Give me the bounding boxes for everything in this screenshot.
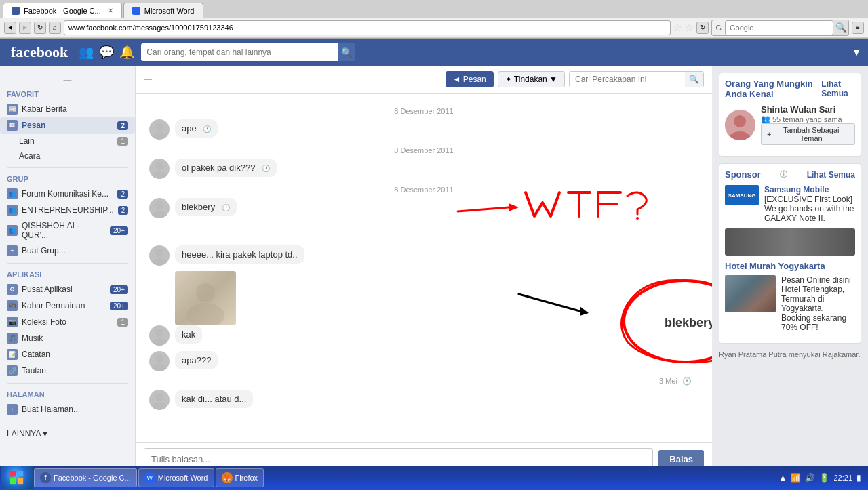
sponsor-header: Sponsor ⓘ Lihat Semua — [725, 169, 855, 180]
fb-search-input[interactable] — [141, 43, 338, 61]
fb-search-button[interactable]: 🔍 — [338, 43, 355, 61]
forward-button[interactable]: ► — [19, 22, 31, 34]
sidebar-item-buat-grup[interactable]: + Buat Grup... — [0, 243, 135, 259]
sidebar-kabar-label: Kabar Berita — [22, 104, 67, 114]
fb-header-dropdown[interactable]: ▼ — [852, 47, 861, 58]
svg-rect-35 — [10, 471, 16, 476]
google-icon: G — [712, 22, 725, 33]
hotel-row: Pesan Online disini Hotel Terlengkap, Te… — [725, 275, 855, 332]
taskbar-clock[interactable]: 22:21 — [833, 474, 852, 482]
sponsor-title: Sponsor — [725, 169, 761, 180]
start-button[interactable] — [1, 466, 33, 489]
refresh-button[interactable]: ↻ — [696, 22, 709, 34]
sidebar-entrepreneur-label: ENTREPRENEURSHIP... — [22, 205, 114, 215]
svg-point-4 — [155, 201, 163, 209]
browser-search-button[interactable]: 🔍 — [833, 20, 848, 35]
fb-logo[interactable]: facebook — [7, 43, 72, 61]
sidebar-buat-halaman-label: Buat Halaman... — [22, 405, 80, 414]
browser-toolbar: ◄ ► ↻ ⌂ ☆ ☆ ↻ G 🔍 ≡ — [0, 18, 868, 38]
sidebar-pusat-label: Pusat Aplikasi — [22, 285, 73, 294]
sidebar-item-lain[interactable]: Lain 1 — [0, 134, 135, 148]
pesan-btn-label: ◄ Pesan — [453, 75, 486, 84]
sidebar-item-entrepreneur[interactable]: 👥 ENTREPRENEURSHIP... 2 — [0, 202, 135, 218]
taskbar-app-facebook[interactable]: f Facebook - Google C... — [34, 468, 137, 487]
sidebar-item-tautan[interactable]: 🔗 Tautan — [0, 363, 135, 379]
sidebar-kabar-permainan-label: Kabar Permainan — [22, 301, 85, 310]
tab-word[interactable]: Microsoft Word — [123, 3, 203, 18]
reload-button[interactable]: ↻ — [34, 22, 46, 34]
sidebar-item-acara[interactable]: Acara — [0, 148, 135, 163]
messages-icon[interactable]: 💬 — [99, 45, 114, 60]
sidebar-item-pesan[interactable]: ✉ Pesan 2 — [0, 117, 135, 134]
notifications-icon[interactable]: 🔔 — [119, 45, 134, 60]
msg-bubble-2: ol pakek pa dik??? 🕐 — [175, 159, 277, 177]
home-button[interactable]: ⌂ — [49, 22, 61, 34]
sidebar-item-lainnya[interactable]: LAINNYA▼ — [0, 426, 135, 441]
show-desktop-icon[interactable]: ▮ — [856, 473, 861, 483]
app-icon: ⚙ — [7, 284, 18, 295]
people-you-may-know-section: Orang Yang Mungkin Anda Kenal Lihat Semu… — [719, 73, 861, 157]
sponsor-see-all[interactable]: Lihat Semua — [807, 170, 855, 180]
browser-search-input[interactable] — [725, 20, 833, 35]
friends-icon[interactable]: 👥 — [79, 45, 94, 60]
sidebar-item-koleksi-foto[interactable]: 📷 Koleksi Foto 1 — [0, 314, 135, 330]
sidebar-aplikasi-title: APLIKASI — [0, 268, 135, 281]
back-button[interactable]: ◄ — [4, 22, 16, 34]
people-section-header: Orang Yang Mungkin Anda Kenal Lihat Semu… — [725, 79, 855, 99]
sidebar-item-catatan[interactable]: 📝 Catatan — [0, 346, 135, 363]
music-icon: 🎵 — [7, 333, 18, 344]
taskbar-app-firefox[interactable]: 🦊 Firefox — [216, 468, 264, 487]
sidebar-halaman-title: HALAMAN — [0, 388, 135, 401]
thumbnail-area — [175, 271, 698, 325]
msg-thread: — ◄ Pesan ✦ Tindakan ▼ 🔍 — [136, 66, 712, 490]
msg-container: — ◄ Pesan ✦ Tindakan ▼ 🔍 — [136, 66, 868, 490]
url-bar[interactable] — [64, 20, 671, 35]
note-icon: 📝 — [7, 349, 18, 360]
fb-header: facebook 👥 💬 🔔 🔍 ▼ — [0, 39, 868, 66]
msg-date-2: 8 Desember 2011 — [149, 146, 698, 155]
svg-point-5 — [152, 211, 167, 218]
sponsor-text-1: [EXCLUSIVE First Look] We go hands-on wi… — [764, 195, 855, 223]
avatar-2 — [149, 159, 170, 179]
search-icon[interactable]: 🔍 — [685, 72, 703, 87]
msg-row-7: kak di... atau d... — [149, 390, 698, 410]
sidebar-pesan-label: Pesan — [22, 121, 45, 130]
sidebar-item-kabar-permainan[interactable]: 🎮 Kabar Permainan 20+ — [0, 298, 135, 314]
browser-menu-button[interactable]: ≡ — [852, 22, 864, 34]
svg-point-23 — [152, 258, 167, 266]
star-icon: ☆ — [673, 22, 682, 33]
msg-drawing-area: 8 Desember 2011 blekbery 🕐 — [149, 186, 698, 266]
quran-badge: 20+ — [110, 226, 128, 235]
tray-up-arrow-icon[interactable]: ▲ — [779, 473, 787, 483]
tindakan-button[interactable]: ✦ Tindakan ▼ — [498, 71, 565, 87]
sponsor-name-1[interactable]: Samsung Mobile — [764, 185, 855, 195]
svg-point-1 — [152, 132, 167, 140]
people-see-all[interactable]: Lihat Semua — [821, 79, 855, 98]
news-icon: 📰 — [7, 104, 18, 115]
pusat-badge: 20+ — [110, 285, 128, 294]
sidebar-favorit-title: FAVORIT — [0, 87, 135, 101]
pesan-button[interactable]: ◄ Pesan — [446, 71, 494, 87]
tab-close-icon[interactable]: ✕ — [108, 7, 113, 14]
sidebar-item-musik[interactable]: 🎵 Musik — [0, 330, 135, 346]
fb-right-sidebar: Orang Yang Mungkin Anda Kenal Lihat Semu… — [712, 66, 868, 490]
sidebar-item-quran[interactable]: 👥 QISHSHOH AL-QUR'... 20+ — [0, 218, 135, 243]
sidebar-item-kabar[interactable]: 📰 Kabar Berita — [0, 101, 135, 117]
sidebar-sep-2 — [7, 263, 128, 264]
taskbar-app-word[interactable]: W Microsoft Word — [138, 468, 214, 487]
sidebar-item-pusat[interactable]: ⚙ Pusat Aplikasi 20+ — [0, 281, 135, 298]
koleksi-foto-badge: 1 — [117, 318, 128, 327]
sidebar-item-forum[interactable]: 👥 Forum Komunikasi Ke... 2 — [0, 186, 135, 202]
sidebar-quran-label: QISHSHOH AL-QUR'... — [22, 221, 106, 240]
msg-search-input[interactable] — [570, 72, 685, 87]
sidebar-sep-1 — [7, 167, 128, 168]
tab-facebook[interactable]: Facebook - Google C... ✕ — [3, 3, 122, 18]
add-friend-button[interactable]: + Tambah Sebagai Teman — [761, 123, 855, 145]
hotel-name[interactable]: Hotel Murah Yogyakarta — [725, 261, 855, 271]
sidebar-catatan-label: Catatan — [22, 350, 50, 359]
sidebar-item-buat-halaman[interactable]: + Buat Halaman... — [0, 401, 135, 417]
sponsor-image-inner — [725, 228, 855, 256]
fb-sidebar: — FAVORIT 📰 Kabar Berita ✉ Pesan 2 Lain … — [0, 66, 136, 490]
msg-text-1: ape — [182, 123, 197, 134]
browser-chrome: Facebook - Google C... ✕ Microsoft Word … — [0, 0, 868, 39]
